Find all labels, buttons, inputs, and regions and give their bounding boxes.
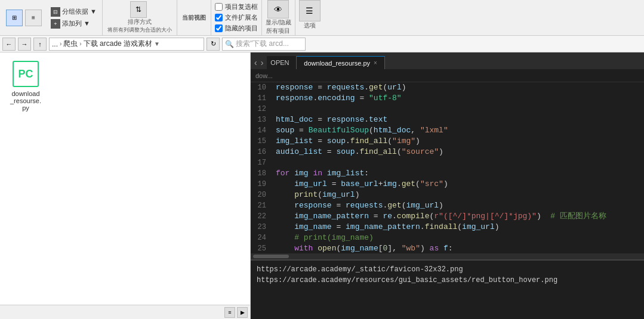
line-number: 10 bbox=[251, 82, 273, 93]
code-line-21: 21 response = requests.get(img_url) bbox=[251, 200, 644, 211]
breadcrumb-item-3: 下载 arcade 游戏素材 bbox=[84, 39, 152, 49]
code-line-17: 17 bbox=[251, 157, 644, 168]
forward-button[interactable]: → bbox=[18, 38, 31, 51]
code-area: 10response = requests.get(url)11response… bbox=[251, 82, 644, 253]
up-button[interactable]: ↑ bbox=[33, 38, 47, 51]
show-hide-label: 显示/隐藏 bbox=[266, 18, 291, 27]
checkbox-item-2[interactable]: 文件扩展名 bbox=[215, 13, 258, 22]
sort-button[interactable]: ⇅ bbox=[130, 1, 147, 18]
code-line-11: 11response.encoding = "utf-8" bbox=[251, 93, 644, 104]
sort-section: ⇅ 排序方式 将所有列调整为合适的大小 bbox=[103, 0, 177, 35]
checkbox-input-1[interactable] bbox=[215, 3, 223, 11]
search-box[interactable]: 🔍 搜索"下载 arcd... bbox=[222, 38, 306, 51]
line-number: 20 bbox=[251, 190, 273, 200]
line-content: response = requests.get(url) bbox=[273, 82, 644, 93]
code-line-10: 10response = requests.get(url) bbox=[251, 82, 644, 93]
add-column-label: 添加列 ▼ bbox=[62, 19, 90, 28]
code-line-25: 25 with open(img_name[0], "wb") as f: bbox=[251, 243, 644, 253]
nav-left-arrow[interactable]: ‹ bbox=[253, 58, 258, 67]
current-view-section: 当前视图 bbox=[177, 0, 211, 35]
options-section: ☰ 选项 bbox=[295, 0, 324, 35]
code-line-19: 19 img_url = base_url+img.get("src") bbox=[251, 179, 644, 190]
line-content: soup = BeautifulSoup(html_doc, "lxml" bbox=[273, 125, 644, 136]
view-label: 当前视图 bbox=[182, 14, 206, 22]
file-item-download[interactable]: PC download_resourse.py bbox=[5, 57, 47, 114]
active-tab[interactable]: download_resourse.py × bbox=[297, 56, 385, 69]
line-number: 22 bbox=[251, 211, 273, 222]
breadcrumb[interactable]: ... › 爬虫 › 下载 arcade 游戏素材 ▼ bbox=[49, 38, 204, 51]
add-column-button[interactable]: + 添加列 ▼ bbox=[49, 18, 92, 29]
back-button[interactable]: ← bbox=[2, 38, 16, 51]
address-bar: ← → ↑ ... › 爬虫 › 下载 arcade 游戏素材 ▼ ↻ 🔍 搜索… bbox=[0, 36, 644, 52]
line-number: 23 bbox=[251, 222, 273, 233]
checkbox-label-3: 隐藏的项目 bbox=[225, 24, 258, 33]
view-icon-list[interactable]: ≡ bbox=[25, 10, 42, 26]
file-explorer: PC download_resourse.py ≡ ▶ bbox=[0, 52, 251, 319]
tab-filename: download_resourse.py bbox=[304, 60, 370, 67]
options-icon: ☰ bbox=[306, 6, 313, 16]
refresh-button[interactable]: ↻ bbox=[207, 38, 220, 51]
file-explorer-statusbar: ≡ ▶ bbox=[0, 305, 250, 319]
line-content: response.encoding = "utf-8" bbox=[273, 93, 644, 104]
horizontal-scrollbar[interactable] bbox=[251, 253, 644, 259]
open-label: OPEN bbox=[267, 56, 297, 69]
code-line-13: 13html_doc = response.text bbox=[251, 114, 644, 125]
code-line-22: 22 img_name_pattern = re.compile(r"([^/]… bbox=[251, 211, 644, 222]
breadcrumb-sep-2: › bbox=[79, 41, 81, 47]
view-icon-grid[interactable]: ⊞ bbox=[6, 10, 23, 26]
checkbox-label-2: 文件扩展名 bbox=[225, 13, 258, 22]
checkbox-item-3[interactable]: 隐藏的项目 bbox=[215, 24, 258, 33]
breadcrumb-sep-1: › bbox=[60, 41, 61, 47]
line-number: 25 bbox=[251, 243, 273, 253]
file-name: download_resourse.py bbox=[10, 90, 41, 112]
statusbar-icon-2[interactable]: ▶ bbox=[237, 307, 248, 318]
checkbox-item-1[interactable]: 项目复选框 bbox=[215, 2, 258, 11]
line-number: 19 bbox=[251, 179, 273, 190]
output-line: https://arcade.academy/_static/favicon-3… bbox=[257, 264, 638, 275]
line-number: 21 bbox=[251, 200, 273, 211]
line-number: 16 bbox=[251, 147, 273, 157]
fit-columns-label: 将所有列调整为合适的大小 bbox=[107, 26, 172, 34]
nav-arrows: ‹ › bbox=[251, 56, 267, 69]
group-by-button[interactable]: ⊟ 分组依据 ▼ bbox=[49, 7, 98, 17]
line-content: for img in img_list: bbox=[273, 168, 644, 179]
code-line-20: 20 print(img_url) bbox=[251, 190, 644, 200]
nav-right-arrow[interactable]: › bbox=[260, 58, 265, 67]
line-content: img_url = base_url+img.get("src") bbox=[273, 179, 644, 190]
line-content: print(img_url) bbox=[273, 190, 644, 200]
group-icon: ⊟ bbox=[51, 7, 60, 17]
tab-close-button[interactable]: × bbox=[374, 60, 377, 66]
add-icon: + bbox=[51, 19, 60, 29]
main-content: PC download_resourse.py ≡ ▶ ‹ › OPEN dow… bbox=[0, 52, 644, 319]
file-list: PC download_resourse.py bbox=[0, 52, 250, 305]
breadcrumb-item-1: ... bbox=[52, 40, 58, 48]
breadcrumb-dropdown-icon: ▼ bbox=[154, 41, 160, 47]
show-hide-button[interactable]: 👁 bbox=[267, 0, 289, 18]
show-hide-section: 👁 显示/隐藏 所有项目 bbox=[262, 0, 295, 35]
line-number: 11 bbox=[251, 93, 273, 104]
line-number: 14 bbox=[251, 125, 273, 136]
show-hide-icon: 👁 bbox=[274, 5, 282, 14]
line-content: img_name_pattern = re.compile(r"([^/]*pn… bbox=[273, 211, 644, 222]
search-placeholder: 搜索"下载 arcd... bbox=[236, 39, 289, 49]
line-content: response = requests.get(img_url) bbox=[273, 200, 644, 211]
sort-label: 排序方式 bbox=[128, 18, 152, 26]
editor-breadcrumb-item: dow... bbox=[255, 72, 273, 79]
checkbox-input-3[interactable] bbox=[215, 24, 223, 32]
h-scroll-thumb[interactable] bbox=[253, 255, 289, 258]
editor-breadcrumb: dow... bbox=[251, 69, 644, 82]
checkbox-input-2[interactable] bbox=[215, 14, 223, 21]
code-scroll[interactable]: 10response = requests.get(url)11response… bbox=[251, 82, 644, 253]
options-button[interactable]: ☰ bbox=[299, 0, 321, 21]
output-panel: https://arcade.academy/_static/favicon-3… bbox=[251, 259, 644, 319]
view-section: ⊞ ≡ ⊟ 分组依据 ▼ + 添加列 ▼ bbox=[2, 0, 103, 35]
line-number: 18 bbox=[251, 168, 273, 179]
file-icon: PC bbox=[11, 60, 40, 88]
toolbar: ⊞ ≡ ⊟ 分组依据 ▼ + 添加列 ▼ ⇅ 排序方式 将所有列调整为合适的大小… bbox=[0, 0, 644, 36]
checkboxes-section: 项目复选框 文件扩展名 隐藏的项目 bbox=[211, 0, 262, 35]
line-content: html_doc = response.text bbox=[273, 114, 644, 125]
statusbar-icon-1[interactable]: ≡ bbox=[224, 307, 235, 318]
code-line-12: 12 bbox=[251, 104, 644, 114]
group-by-label: 分组依据 ▼ bbox=[62, 7, 97, 16]
code-line-23: 23 img_name = img_name_pattern.findall(i… bbox=[251, 222, 644, 233]
